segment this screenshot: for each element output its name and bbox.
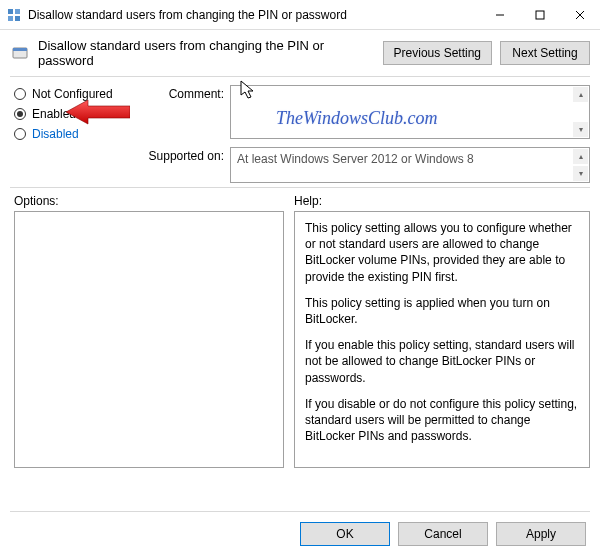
svg-rect-5	[536, 11, 544, 19]
radio-icon	[14, 108, 26, 120]
radio-label: Disabled	[32, 127, 79, 141]
title-bar: Disallow standard users from changing th…	[0, 0, 600, 30]
comment-input[interactable]: ▴ ▾	[230, 85, 590, 139]
svg-rect-1	[15, 9, 20, 14]
help-paragraph: This policy setting allows you to config…	[305, 220, 579, 285]
options-panel	[14, 211, 284, 468]
scroll-up-icon[interactable]: ▴	[573, 87, 588, 102]
header-row: Disallow standard users from changing th…	[0, 30, 600, 76]
radio-icon	[14, 88, 26, 100]
help-paragraph: If you enable this policy setting, stand…	[305, 337, 579, 386]
svg-rect-9	[13, 48, 27, 51]
radio-label: Enabled	[32, 107, 76, 121]
comment-label: Comment:	[138, 85, 224, 101]
ok-button[interactable]: OK	[300, 522, 390, 546]
svg-rect-0	[8, 9, 13, 14]
radio-disabled[interactable]: Disabled	[14, 127, 124, 141]
scroll-up-icon[interactable]: ▴	[573, 149, 588, 164]
cancel-button[interactable]: Cancel	[398, 522, 488, 546]
supported-on-value: At least Windows Server 2012 or Windows …	[237, 152, 474, 166]
lower-panels: Options: Help: This policy setting allow…	[0, 188, 600, 468]
scroll-down-icon[interactable]: ▾	[573, 166, 588, 181]
help-paragraph: This policy setting is applied when you …	[305, 295, 579, 327]
radio-not-configured[interactable]: Not Configured	[14, 87, 124, 101]
supported-on-box: At least Windows Server 2012 or Windows …	[230, 147, 590, 183]
app-icon	[6, 7, 22, 23]
radio-icon	[14, 128, 26, 140]
radio-label: Not Configured	[32, 87, 113, 101]
supported-on-label: Supported on:	[138, 147, 224, 163]
policy-title: Disallow standard users from changing th…	[38, 38, 375, 68]
state-radio-group: Not Configured Enabled Disabled	[14, 85, 124, 183]
dialog-buttons: OK Cancel Apply	[300, 522, 586, 546]
help-panel: This policy setting allows you to config…	[294, 211, 590, 468]
close-button[interactable]	[560, 0, 600, 29]
maximize-button[interactable]	[520, 0, 560, 29]
help-paragraph: If you disable or do not configure this …	[305, 396, 579, 445]
radio-enabled[interactable]: Enabled	[14, 107, 124, 121]
window-title: Disallow standard users from changing th…	[28, 8, 480, 22]
settings-section: Not Configured Enabled Disabled Comment:…	[0, 77, 600, 187]
scroll-down-icon[interactable]: ▾	[573, 122, 588, 137]
policy-icon	[10, 43, 30, 63]
options-label: Options:	[14, 194, 284, 208]
previous-setting-button[interactable]: Previous Setting	[383, 41, 492, 65]
svg-rect-3	[15, 16, 20, 21]
next-setting-button[interactable]: Next Setting	[500, 41, 590, 65]
footer-separator	[10, 511, 590, 512]
apply-button[interactable]: Apply	[496, 522, 586, 546]
minimize-button[interactable]	[480, 0, 520, 29]
help-label: Help:	[294, 194, 590, 208]
svg-rect-2	[8, 16, 13, 21]
